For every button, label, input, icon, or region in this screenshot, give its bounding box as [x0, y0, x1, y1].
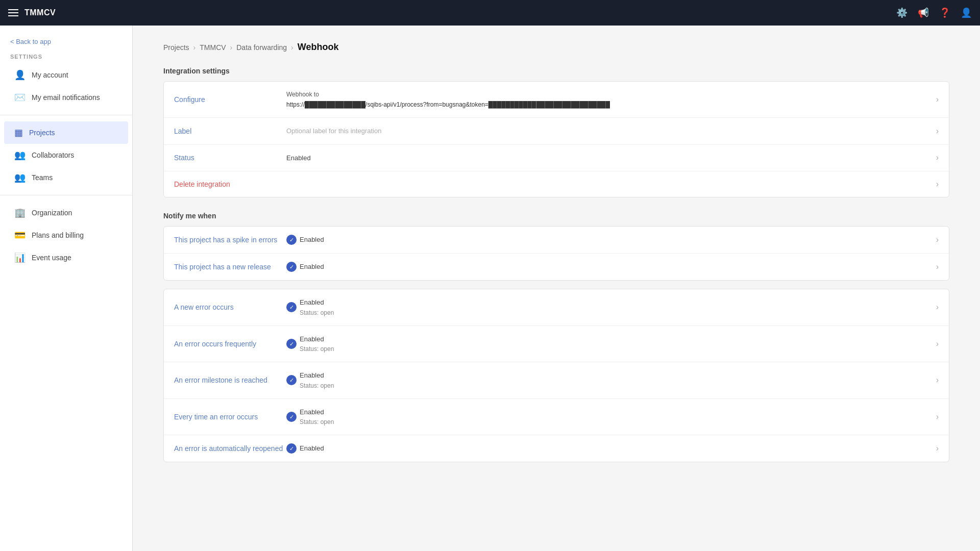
- error-frequently-status-block: Enabled Status: open: [300, 334, 334, 354]
- error-reopened-label: An error is automatically reopened: [174, 444, 286, 453]
- new-error-check-icon: ✓: [286, 302, 297, 312]
- configure-row[interactable]: Configure Webhook to https://███████████…: [164, 82, 949, 118]
- sidebar-item-organization[interactable]: 🏢 Organization: [4, 202, 128, 224]
- organization-icon: 🏢: [14, 207, 26, 218]
- sidebar-label-projects: Projects: [29, 129, 55, 137]
- sidebar-label-plans-billing: Plans and billing: [32, 231, 84, 239]
- configure-value: Webhook to https://██████████████/sqibs-…: [286, 90, 930, 109]
- hamburger-menu[interactable]: [8, 9, 18, 16]
- webhook-url: https://██████████████/sqibs-api/v1/proc…: [286, 100, 930, 109]
- sidebar: < Back to app SETTINGS 👤 My account ✉️ M…: [0, 26, 133, 551]
- app-title: TMMCV: [24, 8, 56, 17]
- projects-icon: ▦: [14, 127, 23, 138]
- error-milestone-chevron: ›: [936, 375, 939, 385]
- sidebar-item-plans-billing[interactable]: 💳 Plans and billing: [4, 224, 128, 246]
- error-milestone-sub-text: Status: open: [300, 381, 334, 390]
- new-release-status-text: Enabled: [300, 262, 324, 272]
- spike-status-text: Enabled: [300, 235, 324, 245]
- spike-chevron: ›: [936, 235, 939, 244]
- sidebar-label-my-account: My account: [32, 71, 68, 79]
- delete-chevron: ›: [936, 180, 939, 189]
- integration-settings-title: Integration settings: [163, 67, 949, 75]
- error-reopened-check-icon: ✓: [286, 443, 297, 454]
- every-time-sub-text: Status: open: [300, 417, 334, 427]
- label-field-label: Label: [174, 127, 286, 135]
- sidebar-item-my-account[interactable]: 👤 My account: [4, 64, 128, 86]
- error-milestone-value: ✓ Enabled Status: open: [286, 370, 930, 390]
- help-icon[interactable]: ❓: [939, 7, 950, 18]
- delete-integration-label: Delete integration: [174, 180, 286, 188]
- error-reopened-chevron: ›: [936, 444, 939, 453]
- status-row[interactable]: Status Enabled ›: [164, 145, 949, 172]
- error-milestone-row[interactable]: An error milestone is reached ✓ Enabled …: [164, 362, 949, 399]
- error-frequently-status: ✓ Enabled Status: open: [286, 334, 930, 354]
- sidebar-item-event-usage[interactable]: 📊 Event usage: [4, 246, 128, 269]
- error-frequently-status-text: Enabled: [300, 334, 334, 344]
- new-error-chevron: ›: [936, 303, 939, 312]
- status-value: Enabled: [286, 153, 930, 163]
- new-release-row[interactable]: This project has a new release ✓ Enabled…: [164, 254, 949, 280]
- spike-in-errors-status: ✓ Enabled: [286, 235, 930, 245]
- label-value: Optional label for this integration: [286, 126, 930, 136]
- new-error-occurs-row[interactable]: A new error occurs ✓ Enabled Status: ope…: [164, 289, 949, 326]
- error-reopened-row[interactable]: An error is automatically reopened ✓ Ena…: [164, 435, 949, 462]
- breadcrumb-sep-3: ›: [291, 43, 293, 52]
- breadcrumb-tmmcv[interactable]: TMMCV: [200, 43, 226, 52]
- teams-icon: 👥: [14, 172, 26, 183]
- error-frequently-sub-text: Status: open: [300, 344, 334, 354]
- label-placeholder: Optional label for this integration: [286, 127, 381, 135]
- spike-check-icon: ✓: [286, 235, 297, 245]
- user-icon[interactable]: 👤: [961, 7, 972, 18]
- every-time-error-status: ✓ Enabled Status: open: [286, 407, 930, 427]
- new-error-occurs-label: A new error occurs: [174, 303, 286, 311]
- spike-in-errors-value: ✓ Enabled: [286, 235, 930, 245]
- topnav-icons: ⚙️ 📢 ❓ 👤: [896, 7, 972, 18]
- sidebar-item-projects[interactable]: ▦ Projects: [4, 121, 128, 144]
- error-milestone-label: An error milestone is reached: [174, 376, 286, 384]
- error-frequently-label: An error occurs frequently: [174, 340, 286, 348]
- error-milestone-status: ✓ Enabled Status: open: [286, 370, 930, 390]
- error-frequently-row[interactable]: An error occurs frequently ✓ Enabled Sta…: [164, 326, 949, 363]
- notify-group-1-card: This project has a spike in errors ✓ Ena…: [163, 226, 949, 281]
- back-to-app-link[interactable]: < Back to app: [0, 34, 132, 54]
- integration-settings-card: Configure Webhook to https://███████████…: [163, 81, 949, 197]
- status-chevron: ›: [936, 153, 939, 162]
- error-milestone-status-text: Enabled: [300, 370, 334, 381]
- error-frequently-value: ✓ Enabled Status: open: [286, 334, 930, 354]
- error-reopened-status-text: Enabled: [300, 443, 324, 454]
- sidebar-label-email-notifications: My email notifications: [32, 93, 100, 102]
- sidebar-divider-2: [0, 195, 132, 195]
- webhook-to-label: Webhook to: [286, 90, 930, 99]
- every-time-error-row[interactable]: Every time an error occurs ✓ Enabled Sta…: [164, 399, 949, 436]
- breadcrumb-data-forwarding[interactable]: Data forwarding: [236, 43, 287, 52]
- main-content: Projects › TMMCV › Data forwarding › Web…: [133, 26, 980, 551]
- event-usage-icon: 📊: [14, 252, 26, 263]
- every-time-error-value: ✓ Enabled Status: open: [286, 407, 930, 427]
- new-release-value: ✓ Enabled: [286, 262, 930, 272]
- error-milestone-check-icon: ✓: [286, 375, 297, 385]
- label-row[interactable]: Label Optional label for this integratio…: [164, 118, 949, 145]
- email-icon: ✉️: [14, 92, 26, 103]
- breadcrumb-projects[interactable]: Projects: [163, 43, 189, 52]
- new-error-status-text: Enabled: [300, 297, 334, 308]
- sidebar-item-collaborators[interactable]: 👥 Collaborators: [4, 144, 128, 166]
- error-reopened-status: ✓ Enabled: [286, 443, 930, 454]
- topnav-left: TMMCV: [8, 8, 56, 17]
- breadcrumb: Projects › TMMCV › Data forwarding › Web…: [163, 42, 949, 53]
- every-time-check-icon: ✓: [286, 412, 297, 422]
- sidebar-item-email-notifications[interactable]: ✉️ My email notifications: [4, 86, 128, 109]
- configure-label: Configure: [174, 95, 286, 104]
- breadcrumb-sep-2: ›: [230, 43, 233, 52]
- delete-integration-row[interactable]: Delete integration ›: [164, 171, 949, 197]
- new-release-label: This project has a new release: [174, 263, 286, 271]
- breadcrumb-sep-1: ›: [193, 43, 196, 52]
- error-milestone-status-block: Enabled Status: open: [300, 370, 334, 390]
- sidebar-item-teams[interactable]: 👥 Teams: [4, 166, 128, 189]
- spike-in-errors-label: This project has a spike in errors: [174, 236, 286, 244]
- collaborators-icon: 👥: [14, 149, 26, 161]
- new-error-occurs-status: ✓ Enabled Status: open: [286, 297, 930, 317]
- spike-in-errors-row[interactable]: This project has a spike in errors ✓ Ena…: [164, 227, 949, 254]
- error-frequently-check-icon: ✓: [286, 339, 297, 349]
- settings-icon[interactable]: ⚙️: [896, 7, 908, 18]
- announcement-icon[interactable]: 📢: [918, 7, 929, 18]
